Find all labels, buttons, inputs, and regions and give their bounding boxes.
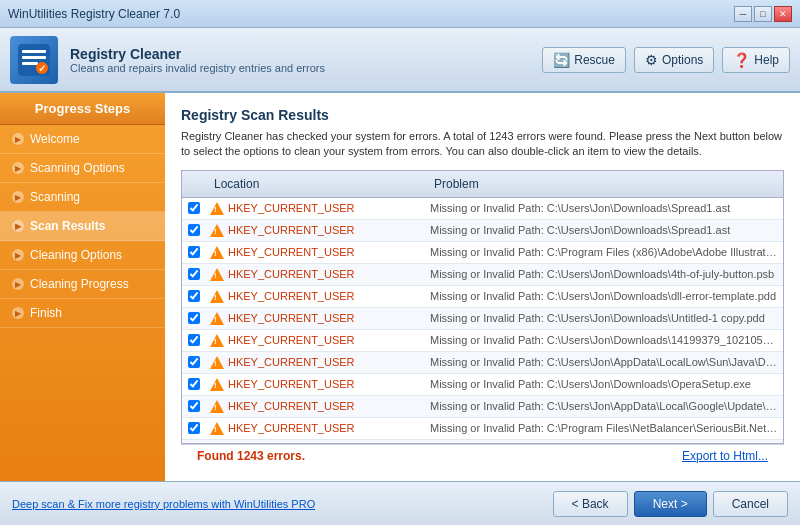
sidebar-item-scan-results[interactable]: ▶ Scan Results [0,212,165,241]
app-description: Cleans and repairs invalid registry entr… [70,62,325,74]
row-checkbox-cell [182,246,206,258]
footer-status: Found 1243 errors. Export to Html... [181,444,784,467]
next-button[interactable]: Next > [634,491,707,517]
row-checkbox-cell [182,290,206,302]
row-problem: Missing or Invalid Path: C:\Users\Jon\Ap… [426,398,783,414]
location-text: HKEY_CURRENT_USER [228,290,355,302]
minimize-button[interactable]: ─ [734,6,752,22]
svg-rect-2 [22,56,46,59]
table-row[interactable]: HKEY_CURRENT_USERMissing or Invalid Path… [182,440,783,443]
col-header-check [182,175,206,193]
content-description: Registry Cleaner has checked your system… [181,129,784,160]
warning-icon [210,378,224,391]
warning-icon [210,422,224,435]
row-checkbox[interactable] [188,224,200,236]
row-problem: Missing or Invalid Path: C:\Users\Jon\Do… [426,266,783,282]
row-checkbox-cell [182,202,206,214]
row-problem: Missing or Invalid Path: C:\Users\Jon\Do… [426,200,783,216]
row-location: HKEY_CURRENT_USER [206,354,426,371]
content-area: Registry Scan Results Registry Cleaner h… [165,93,800,481]
row-checkbox[interactable] [188,334,200,346]
options-icon: ⚙ [645,52,658,68]
row-checkbox[interactable] [188,422,200,434]
close-button[interactable]: ✕ [774,6,792,22]
table-row[interactable]: HKEY_CURRENT_USERMissing or Invalid Path… [182,374,783,396]
sidebar-item-cleaning-progress[interactable]: ▶ Cleaning Progress [0,270,165,299]
location-text: HKEY_CURRENT_USER [228,312,355,324]
row-checkbox-cell [182,378,206,390]
table-row[interactable]: HKEY_CURRENT_USERMissing or Invalid Path… [182,286,783,308]
table-row[interactable]: HKEY_CURRENT_USERMissing or Invalid Path… [182,352,783,374]
sidebar-item-cleaning-options[interactable]: ▶ Cleaning Options [0,241,165,270]
row-location: HKEY_CURRENT_USER [206,442,426,443]
row-checkbox[interactable] [188,356,200,368]
main-layout: Progress Steps ▶ Welcome ▶ Scanning Opti… [0,93,800,481]
row-checkbox-cell [182,356,206,368]
table-row[interactable]: HKEY_CURRENT_USERMissing or Invalid Path… [182,220,783,242]
table-body[interactable]: HKEY_CURRENT_USERMissing or Invalid Path… [182,198,783,443]
row-problem: Missing or Invalid Path: C:\Users\Jon\Do… [426,288,783,304]
row-location: HKEY_CURRENT_USER [206,420,426,437]
maximize-button[interactable]: □ [754,6,772,22]
row-checkbox[interactable] [188,202,200,214]
bottom-buttons: < Back Next > Cancel [553,491,788,517]
app-title: Registry Cleaner [70,46,325,62]
window-controls: ─ □ ✕ [734,6,792,22]
cancel-button[interactable]: Cancel [713,491,788,517]
bottom-bar: Deep scan & Fix more registry problems w… [0,481,800,525]
table-row[interactable]: HKEY_CURRENT_USERMissing or Invalid Path… [182,264,783,286]
sidebar-title: Progress Steps [0,93,165,125]
help-button[interactable]: ❓ Help [722,47,790,73]
export-link[interactable]: Export to Html... [682,449,768,463]
row-checkbox[interactable] [188,268,200,280]
arrow-icon: ▶ [12,162,24,174]
row-checkbox-cell [182,312,206,324]
title-bar: WinUtilities Registry Cleaner 7.0 ─ □ ✕ [0,0,800,28]
row-location: HKEY_CURRENT_USER [206,332,426,349]
back-button[interactable]: < Back [553,491,628,517]
warning-icon [210,224,224,237]
table-row[interactable]: HKEY_CURRENT_USERMissing or Invalid Path… [182,330,783,352]
row-checkbox[interactable] [188,400,200,412]
sidebar-item-finish[interactable]: ▶ Finish [0,299,165,328]
help-icon: ❓ [733,52,750,68]
pro-upgrade-link[interactable]: Deep scan & Fix more registry problems w… [12,498,315,510]
row-checkbox-cell [182,422,206,434]
row-problem: Missing or Invalid Path: C:\Program File… [426,244,783,260]
row-location: HKEY_CURRENT_USER [206,398,426,415]
rescue-button[interactable]: 🔄 Rescue [542,47,626,73]
arrow-icon: ▶ [12,191,24,203]
found-errors-text: Found 1243 errors. [197,449,305,463]
content-title: Registry Scan Results [181,107,784,123]
sidebar-item-welcome[interactable]: ▶ Welcome [0,125,165,154]
arrow-icon: ▶ [12,278,24,290]
row-checkbox[interactable] [188,290,200,302]
row-checkbox-cell [182,268,206,280]
arrow-icon: ▶ [12,220,24,232]
row-problem: Missing or Invalid Path: C:\Users\Jon\Do… [426,222,783,238]
table-row[interactable]: HKEY_CURRENT_USERMissing or Invalid Path… [182,418,783,440]
row-checkbox[interactable] [188,378,200,390]
table-row[interactable]: HKEY_CURRENT_USERMissing or Invalid Path… [182,396,783,418]
table-row[interactable]: HKEY_CURRENT_USERMissing or Invalid Path… [182,242,783,264]
svg-rect-1 [22,50,46,53]
row-checkbox[interactable] [188,312,200,324]
warning-icon [210,334,224,347]
sidebar-item-scanning[interactable]: ▶ Scanning [0,183,165,212]
sidebar-item-scanning-options[interactable]: ▶ Scanning Options [0,154,165,183]
table-row[interactable]: HKEY_CURRENT_USERMissing or Invalid Path… [182,198,783,220]
arrow-icon: ▶ [12,133,24,145]
row-problem: Missing or Invalid Path: C:\Users\Jon\Do… [426,332,783,348]
header-actions: 🔄 Rescue ⚙ Options ❓ Help [542,47,790,73]
warning-icon [210,290,224,303]
svg-rect-3 [22,62,38,65]
row-checkbox[interactable] [188,246,200,258]
table-row[interactable]: HKEY_CURRENT_USERMissing or Invalid Path… [182,308,783,330]
location-text: HKEY_CURRENT_USER [228,378,355,390]
warning-icon [210,246,224,259]
app-icon: ✓ [10,36,58,84]
options-button[interactable]: ⚙ Options [634,47,714,73]
row-location: HKEY_CURRENT_USER [206,310,426,327]
warning-icon [210,202,224,215]
location-text: HKEY_CURRENT_USER [228,400,355,412]
